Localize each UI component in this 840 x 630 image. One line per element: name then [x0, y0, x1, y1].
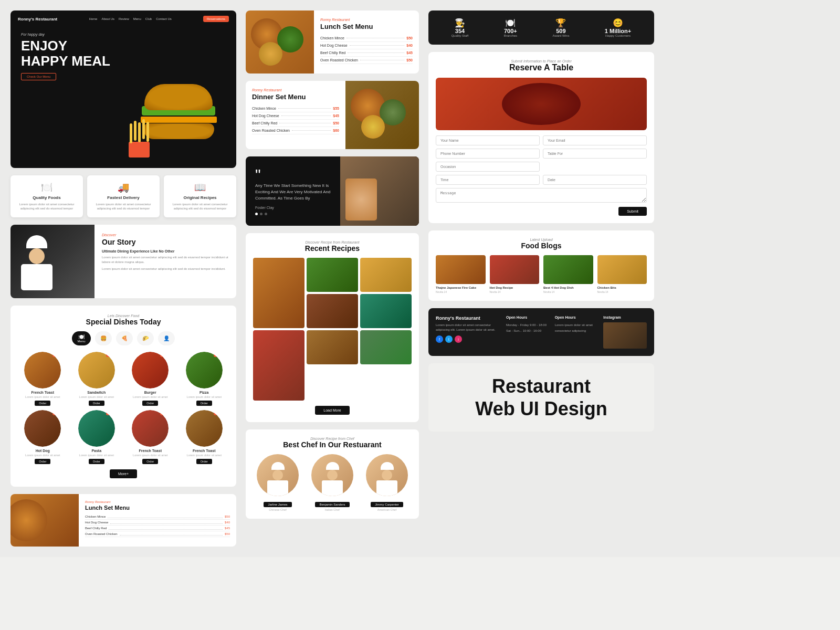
chef-card-0: Jarline James Chinese Chef [253, 454, 302, 511]
dish-btn-3[interactable]: Order [196, 401, 212, 406]
time-field[interactable] [436, 175, 540, 185]
nav-review[interactable]: Review [119, 17, 129, 20]
burger-tab-icon: 🍔 [100, 335, 107, 341]
footer-section: Ronny's Restaurant Lorem ipsum dolor sit… [428, 308, 654, 356]
lm-name-2: Beef Chilly Red [320, 51, 345, 55]
twitter-icon[interactable]: t [445, 335, 453, 343]
dish-name-1: Sandwitch [72, 391, 122, 394]
dish-btn-7[interactable]: Order [196, 459, 212, 464]
chef-head [29, 248, 45, 264]
dots-1 [350, 45, 405, 46]
phone-field[interactable] [436, 149, 540, 159]
tab-burger[interactable]: 🍔 [95, 331, 112, 345]
dish-card-2: $16 Burger Lorem ipsum dolor sit amet Or… [125, 352, 175, 406]
stat-num-1: 700+ [504, 28, 517, 34]
tab-user[interactable]: 👤 [158, 331, 175, 345]
lm-price-3: $50 [406, 58, 413, 62]
blog-title-2: Best 4 Hot Dog Dish [543, 286, 593, 289]
dots-2 [348, 52, 404, 53]
name-field[interactable] [436, 135, 540, 145]
dish-img-1: $12 [78, 352, 115, 388]
table-for-field[interactable] [543, 149, 647, 159]
reserve-form [436, 135, 647, 203]
menu-row-3: Oven Roasted Chicken $50 [85, 531, 230, 537]
recipe-bg-7 [360, 330, 412, 364]
nav-club[interactable]: Club [145, 17, 152, 20]
lm-price-1: $40 [406, 44, 413, 47]
hero-cta-btn[interactable]: Check Our Menu [21, 73, 56, 80]
dish-btn-2[interactable]: Order [142, 401, 158, 406]
dish-card-4: $10 Hot Dog Lorem ipsum dolor sit amet O… [18, 410, 68, 464]
tab-pizza[interactable]: 🍕 [116, 331, 133, 345]
recipe-bg-0 [253, 258, 304, 328]
burger-bun-top [144, 84, 213, 110]
chef-figure [16, 235, 58, 298]
footer-hours2-col: Open Hours Lorem ipsum dolor sit amet co… [555, 316, 598, 349]
dinner-menu-section: Ronny Restaurant Dinner Set Menu Chicken… [246, 81, 419, 149]
chef-card-1: Benjamin Sanders Italian Chef [308, 454, 357, 511]
nav-about[interactable]: About Us [101, 17, 114, 20]
footer-instagram-img [603, 322, 647, 349]
date-field[interactable] [543, 175, 647, 185]
dish-btn-6[interactable]: Order [142, 459, 158, 464]
lm-name-1: Hot Dog Cheese [320, 44, 348, 47]
blog-title-1: Hot Dog Recipe [490, 286, 540, 289]
recipes-load-btn[interactable]: Load More [315, 406, 349, 415]
chef-figure-small-2 [376, 462, 397, 496]
dish-img-3: $20 [186, 352, 223, 388]
recipe-cell-0 [253, 258, 304, 328]
menu-item-price-2: $45 [225, 527, 230, 530]
hero-title: ENJOY HAPPY MEAL [21, 38, 226, 68]
reserve-nav-btn[interactable]: Reservations [203, 16, 229, 22]
quote-image [340, 156, 419, 226]
facebook-icon[interactable]: f [436, 335, 443, 343]
instagram-icon[interactable]: i [455, 335, 462, 343]
social-icons: f t i [436, 335, 501, 343]
dish-desc-5: Lorem ipsum dolor sit amet [72, 454, 122, 457]
reserve-tag: Submit Information to Place an Order [436, 59, 647, 63]
blog-card-3: Chicken Bits Novita 14 [597, 255, 647, 293]
quote-mark: " [255, 167, 331, 183]
feature-desc-1: Lorem ipsum dolor sit amet consectetur a… [91, 202, 155, 211]
special-more-btn[interactable]: More+ [110, 469, 137, 478]
occasion-field[interactable] [436, 162, 540, 172]
dish-desc-0: Lorem ipsum dolor sit amet [18, 395, 68, 399]
blog-img-0 [436, 255, 486, 284]
dish-btn-1[interactable]: Order [89, 401, 104, 406]
dinner-image [345, 81, 419, 149]
dish-badge-7: $14 [214, 411, 221, 415]
reserve-submit-btn[interactable]: Submit [618, 207, 647, 216]
dish-btn-4[interactable]: Order [35, 459, 50, 464]
lunch-bottom-section: Ronny Restaurant Lunch Set Menu Chicken … [10, 494, 236, 547]
nav-links: Home About Us Review Menu Club Contact U… [89, 17, 171, 20]
chef-img-2 [366, 454, 408, 496]
dish-badge-2: $16 [160, 353, 167, 357]
tab-taco[interactable]: 🌮 [137, 331, 154, 345]
dish-img-7: $14 [186, 410, 223, 447]
nav-contact[interactable]: Contact Us [156, 17, 172, 20]
email-field[interactable] [543, 135, 647, 145]
lunch-bottom-title: Lunch Set Menu [85, 505, 230, 511]
nav-home[interactable]: Home [89, 17, 97, 20]
user-tab-icon: 👤 [163, 335, 170, 341]
tab-menu[interactable]: 🍽️ Menu [72, 331, 90, 345]
blog-meta-3: Novita 14 [597, 290, 647, 293]
dm-price-2: $50 [333, 121, 339, 125]
recipe-bg-2 [360, 258, 412, 292]
dish-card-7: $14 French Toast Lorem ipsum dolor sit a… [180, 410, 229, 464]
dish-btn-5[interactable]: Order [89, 459, 104, 464]
dish-img-0: $15 [24, 352, 61, 388]
chef-figure-small-0 [267, 462, 288, 496]
quote-dots [255, 213, 331, 215]
lunch-bottom-image [10, 494, 79, 547]
blog-title-3: Chicken Bits [597, 286, 647, 289]
chef-card-2: Jimmy Carpenter American Chef [362, 454, 412, 511]
dish-btn-0[interactable]: Order [35, 401, 50, 406]
message-field[interactable] [436, 188, 647, 203]
brand-name: Ronny's Restaurant [18, 17, 57, 22]
page-title-section: Restaurant Web UI Design [428, 363, 654, 432]
recent-recipes-section: Discover Recipe from Restaurant Recent R… [246, 233, 419, 422]
nav-menu[interactable]: Menu [133, 17, 141, 20]
recipe-cell-1 [307, 258, 358, 292]
fries-illustration [123, 121, 155, 163]
